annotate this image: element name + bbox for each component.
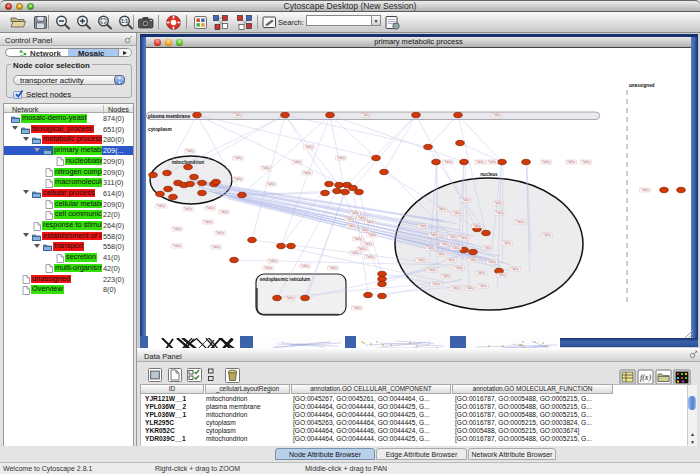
svg-text:Yab1p: Yab1p bbox=[346, 217, 355, 221]
svg-text:Yab1p: Yab1p bbox=[358, 247, 367, 251]
svg-text:cytoplasm: cytoplasm bbox=[148, 127, 172, 132]
svg-text:Yab1p: Yab1p bbox=[362, 113, 371, 117]
svg-text:Yab1p: Yab1p bbox=[452, 286, 461, 290]
svg-text:Yab1p: Yab1p bbox=[366, 255, 375, 259]
svg-text:Yab1p: Yab1p bbox=[354, 237, 363, 241]
svg-text:Yab1p: Yab1p bbox=[184, 207, 193, 211]
svg-text:Yab1p: Yab1p bbox=[442, 274, 451, 278]
svg-text:Yab1p: Yab1p bbox=[301, 264, 310, 268]
svg-text:Yab1p: Yab1p bbox=[432, 282, 441, 286]
svg-text:Yab1p: Yab1p bbox=[417, 258, 426, 262]
svg-text:Yab1p: Yab1p bbox=[447, 258, 456, 262]
svg-text:Yab1p: Yab1p bbox=[364, 242, 373, 246]
svg-text:Yab1p: Yab1p bbox=[348, 224, 357, 228]
svg-text:Yab1p: Yab1p bbox=[460, 236, 469, 240]
svg-text:Yab1p: Yab1p bbox=[206, 206, 215, 210]
svg-text:Yab1p: Yab1p bbox=[430, 233, 439, 237]
svg-text:Yab1p: Yab1p bbox=[329, 266, 338, 270]
svg-text:unassigned: unassigned bbox=[629, 83, 655, 88]
svg-text:Yab1p: Yab1p bbox=[234, 177, 243, 181]
svg-text:Yab1p: Yab1p bbox=[368, 233, 377, 237]
svg-text:Yab1p: Yab1p bbox=[479, 284, 488, 288]
svg-text:Yab1p: Yab1p bbox=[503, 241, 512, 245]
svg-text:Yab1p: Yab1p bbox=[427, 246, 436, 250]
svg-text:Yab1p: Yab1p bbox=[234, 156, 243, 160]
svg-text:Yab1p: Yab1p bbox=[204, 220, 213, 224]
svg-text:Yab1p: Yab1p bbox=[542, 160, 551, 164]
svg-text:Yab1p: Yab1p bbox=[351, 211, 360, 215]
svg-text:Yab1p: Yab1p bbox=[484, 246, 493, 250]
svg-text:Yab1p: Yab1p bbox=[452, 246, 461, 250]
svg-text:Yab1p: Yab1p bbox=[264, 266, 273, 270]
svg-text:Yab1p: Yab1p bbox=[293, 160, 302, 164]
svg-text:Yab1p: Yab1p bbox=[157, 204, 166, 208]
svg-text:Yab1p: Yab1p bbox=[493, 113, 502, 117]
svg-text:Yab1p: Yab1p bbox=[466, 286, 475, 290]
svg-text:Yab1p: Yab1p bbox=[351, 251, 360, 255]
svg-text:endoplasmic reticulum: endoplasmic reticulum bbox=[260, 277, 310, 282]
svg-text:Yab1p: Yab1p bbox=[441, 242, 450, 246]
svg-text:Yab1p: Yab1p bbox=[488, 260, 497, 264]
svg-text:Yab1p: Yab1p bbox=[477, 271, 486, 275]
svg-text:Yab1p: Yab1p bbox=[220, 210, 229, 214]
svg-text:Yab1p: Yab1p bbox=[449, 235, 458, 239]
svg-text:Yab1p: Yab1p bbox=[267, 182, 276, 186]
svg-text:Yab1p: Yab1p bbox=[444, 160, 453, 164]
svg-text:Yab1p: Yab1p bbox=[173, 227, 182, 231]
svg-text:Yab1p: Yab1p bbox=[186, 149, 195, 153]
svg-text:Yab1p: Yab1p bbox=[303, 171, 312, 175]
svg-text:Yab1p: Yab1p bbox=[567, 160, 576, 164]
svg-text:Yab1p: Yab1p bbox=[428, 268, 437, 272]
svg-text:plasma membrane: plasma membrane bbox=[148, 114, 190, 119]
svg-text:Yab1p: Yab1p bbox=[453, 211, 462, 215]
svg-text:Yab1p: Yab1p bbox=[173, 244, 182, 248]
svg-text:Yab1p: Yab1p bbox=[437, 252, 446, 256]
svg-text:Yab1p: Yab1p bbox=[476, 160, 485, 164]
svg-text:Yab1p: Yab1p bbox=[216, 231, 225, 235]
svg-text:Yab1p: Yab1p bbox=[511, 267, 520, 271]
svg-text:Yab1p: Yab1p bbox=[262, 166, 271, 170]
svg-text:1:1: 1:1 bbox=[121, 18, 128, 24]
svg-text:Yab1p: Yab1p bbox=[286, 296, 295, 300]
svg-text:Yab1p: Yab1p bbox=[269, 259, 278, 263]
svg-text:Yab1p: Yab1p bbox=[419, 224, 428, 228]
svg-text:Yab1p: Yab1p bbox=[488, 160, 497, 164]
svg-text:Yab1p: Yab1p bbox=[234, 113, 243, 117]
svg-text:Yab1p: Yab1p bbox=[462, 198, 471, 202]
svg-text:f(x): f(x) bbox=[640, 373, 651, 382]
svg-text:Yab1p: Yab1p bbox=[543, 233, 552, 237]
svg-text:Yab1p: Yab1p bbox=[361, 228, 370, 232]
svg-text:Yab1p: Yab1p bbox=[494, 201, 503, 205]
svg-text:Yab1p: Yab1p bbox=[366, 220, 375, 224]
svg-text:Yab1p: Yab1p bbox=[305, 145, 314, 149]
svg-text:Yab1p: Yab1p bbox=[496, 211, 505, 215]
svg-text:Yab1p: Yab1p bbox=[498, 273, 507, 277]
svg-text:Yab1p: Yab1p bbox=[516, 220, 525, 224]
svg-text:Yab1p: Yab1p bbox=[469, 258, 478, 262]
svg-text:Yab1p: Yab1p bbox=[641, 188, 650, 192]
svg-text:Yab1p: Yab1p bbox=[212, 245, 221, 249]
svg-text:Yab1p: Yab1p bbox=[582, 160, 591, 164]
svg-text:nucleus: nucleus bbox=[480, 172, 498, 177]
svg-text:Yab1p: Yab1p bbox=[473, 224, 482, 228]
svg-text:Yab1p: Yab1p bbox=[438, 207, 447, 211]
svg-text:Yab1p: Yab1p bbox=[455, 266, 464, 270]
svg-text:Yab1p: Yab1p bbox=[353, 306, 362, 310]
svg-text:Yab1p: Yab1p bbox=[337, 156, 346, 160]
